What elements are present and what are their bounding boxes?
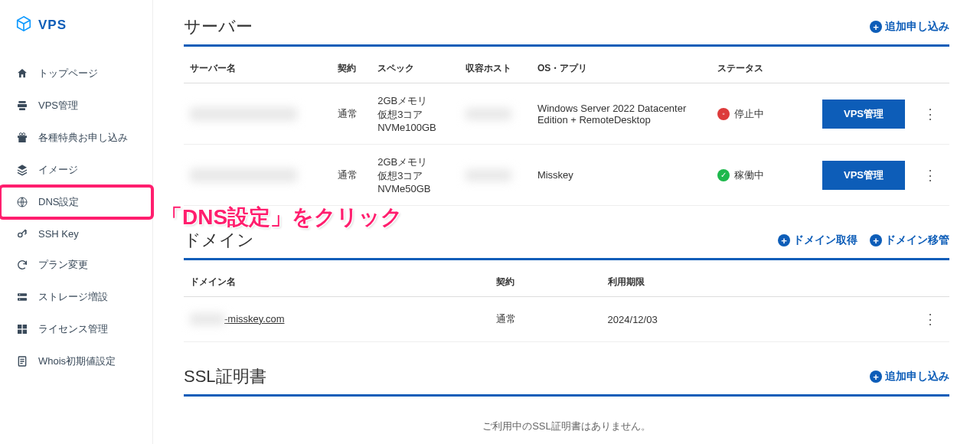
layers-icon bbox=[15, 164, 29, 176]
status-stopped: ◦ 停止中 bbox=[717, 107, 778, 121]
section-servers: サーバー + 追加申し込み サーバー名 契約 スペック 収容ホスト OS・アプリ bbox=[184, 15, 949, 206]
svg-rect-11 bbox=[18, 298, 27, 300]
sidebar-item-whois[interactable]: Whois初期値設定 bbox=[0, 345, 152, 377]
add-ssl-link[interactable]: + 追加申し込み bbox=[870, 370, 949, 384]
col-domain-name: ドメイン名 bbox=[184, 268, 490, 297]
servers-title: サーバー bbox=[184, 15, 253, 38]
refresh-icon bbox=[15, 259, 29, 271]
domain-acquire-link[interactable]: + ドメイン取得 bbox=[778, 233, 858, 247]
col-host: 収容ホスト bbox=[459, 54, 531, 83]
domain-transfer-link[interactable]: + ドメイン移管 bbox=[870, 233, 949, 247]
cell-os: Misskey bbox=[531, 145, 711, 206]
section-domains: ドメイン + ドメイン取得 + ドメイン移管 ドメイン名 契約 bbox=[184, 229, 949, 342]
vps-manage-button[interactable]: VPS管理 bbox=[822, 100, 905, 129]
status-running: ✓ 稼働中 bbox=[717, 168, 778, 182]
sidebar-item-label: DNS設定 bbox=[38, 195, 79, 209]
host-redacted: xxx bbox=[466, 169, 511, 181]
server-name-redacted: xxxxx bbox=[190, 107, 297, 121]
sidebar-item-storage[interactable]: ストレージ増設 bbox=[0, 281, 152, 313]
sidebar-item-top[interactable]: トップページ bbox=[0, 57, 152, 90]
sidebar-item-plan[interactable]: プラン変更 bbox=[0, 249, 152, 281]
sidebar-item-dns[interactable]: DNS設定 bbox=[0, 186, 152, 218]
svg-point-7 bbox=[22, 133, 24, 135]
domains-title: ドメイン bbox=[184, 229, 254, 252]
status-label: 停止中 bbox=[734, 107, 764, 121]
cell-period: 2024/12/03 bbox=[602, 297, 817, 342]
storage-icon bbox=[15, 291, 29, 303]
svg-rect-0 bbox=[18, 104, 27, 107]
col-domain-period: 利用期限 bbox=[602, 268, 817, 297]
svg-rect-14 bbox=[18, 325, 21, 328]
sidebar-item-sshkey[interactable]: SSH Key bbox=[0, 218, 152, 249]
cell-contract: 通常 bbox=[332, 83, 371, 145]
col-contract: 契約 bbox=[332, 54, 371, 83]
cell-spec: 2GBメモリ 仮想3コア NVMe50GB bbox=[371, 145, 459, 206]
plus-icon: + bbox=[778, 234, 790, 246]
sidebar: VPS トップページ VPS管理 各種特典お申し込み イメージ DNS設定 SS… bbox=[0, 0, 153, 444]
svg-point-13 bbox=[19, 299, 20, 299]
stopped-icon: ◦ bbox=[717, 108, 730, 120]
svg-rect-1 bbox=[18, 101, 25, 103]
col-spec: スペック bbox=[371, 54, 459, 83]
sidebar-item-label: 各種特典お申し込み bbox=[38, 131, 128, 145]
domain-link[interactable]: xx-misskey.com bbox=[190, 313, 284, 325]
svg-point-9 bbox=[18, 233, 22, 237]
domains-table: ドメイン名 契約 利用期限 xx-misskey.com 通常 bbox=[184, 268, 949, 342]
sidebar-item-vps[interactable]: VPS管理 bbox=[0, 90, 152, 122]
key-icon bbox=[15, 227, 29, 240]
col-domain-contract: 契約 bbox=[490, 268, 602, 297]
table-row: xxxxx 通常 2GBメモリ 仮想3コア NVMe50GB xxx Missk… bbox=[184, 145, 949, 206]
sidebar-item-label: ストレージ増設 bbox=[38, 290, 108, 304]
doc-icon bbox=[15, 355, 29, 367]
sidebar-item-label: Whois初期値設定 bbox=[38, 354, 116, 368]
sidebar-item-label: ライセンス管理 bbox=[38, 322, 108, 336]
host-redacted: xxx bbox=[466, 108, 511, 120]
server-icon bbox=[15, 100, 29, 112]
sidebar-item-label: トップページ bbox=[38, 67, 98, 80]
home-icon bbox=[15, 67, 29, 80]
section-ssl: SSL証明書 + 追加申し込み ご利用中のSSL証明書はありません。 bbox=[184, 365, 949, 444]
ssl-title: SSL証明書 bbox=[184, 365, 266, 388]
cell-contract: 通常 bbox=[490, 297, 602, 342]
sidebar-item-image[interactable]: イメージ bbox=[0, 154, 152, 186]
domain-transfer-label: ドメイン移管 bbox=[885, 233, 949, 247]
domain-acquire-label: ドメイン取得 bbox=[793, 233, 858, 247]
vps-manage-button[interactable]: VPS管理 bbox=[822, 161, 905, 190]
main-content: サーバー + 追加申し込み サーバー名 契約 スペック 収容ホスト OS・アプリ bbox=[153, 0, 980, 444]
svg-rect-17 bbox=[23, 330, 27, 334]
col-os: OS・アプリ bbox=[531, 54, 711, 83]
plus-icon: + bbox=[870, 234, 882, 246]
svg-point-6 bbox=[19, 133, 21, 135]
svg-rect-15 bbox=[23, 325, 27, 328]
sidebar-item-license[interactable]: ライセンス管理 bbox=[0, 313, 152, 345]
brand: VPS bbox=[0, 0, 152, 57]
sidebar-item-label: SSH Key bbox=[38, 228, 79, 240]
sidebar-item-label: イメージ bbox=[38, 163, 78, 177]
cell-spec: 2GBメモリ 仮想3コア NVMe100GB bbox=[371, 83, 459, 145]
status-label: 稼働中 bbox=[734, 168, 764, 182]
more-button[interactable]: ⋮ bbox=[917, 164, 943, 187]
add-server-label: 追加申し込み bbox=[885, 20, 949, 34]
server-name-redacted: xxxxx bbox=[190, 168, 297, 182]
brand-text: VPS bbox=[38, 18, 67, 33]
svg-point-12 bbox=[19, 294, 20, 295]
table-row: xxxxx 通常 2GBメモリ 仮想3コア NVMe100GB xxx Wind… bbox=[184, 83, 949, 145]
svg-rect-5 bbox=[21, 135, 22, 142]
plus-icon: + bbox=[870, 21, 882, 33]
domain-prefix-redacted: xx bbox=[190, 313, 224, 325]
svg-rect-16 bbox=[18, 330, 21, 334]
add-ssl-label: 追加申し込み bbox=[885, 370, 949, 384]
sidebar-item-label: プラン変更 bbox=[38, 258, 88, 272]
more-button[interactable]: ⋮ bbox=[917, 103, 943, 126]
cube-icon bbox=[15, 15, 32, 34]
running-icon: ✓ bbox=[717, 169, 730, 181]
ssl-empty-message: ご利用中のSSL証明書はありません。 bbox=[184, 404, 949, 444]
windows-icon bbox=[15, 323, 29, 335]
more-button[interactable]: ⋮ bbox=[917, 308, 943, 331]
add-server-link[interactable]: + 追加申し込み bbox=[870, 20, 949, 34]
servers-table: サーバー名 契約 スペック 収容ホスト OS・アプリ ステータス xxxxx 通… bbox=[184, 54, 949, 206]
sidebar-item-tokuten[interactable]: 各種特典お申し込み bbox=[0, 122, 152, 154]
svg-rect-2 bbox=[19, 108, 25, 110]
cell-contract: 通常 bbox=[332, 145, 371, 206]
svg-rect-10 bbox=[18, 293, 27, 295]
